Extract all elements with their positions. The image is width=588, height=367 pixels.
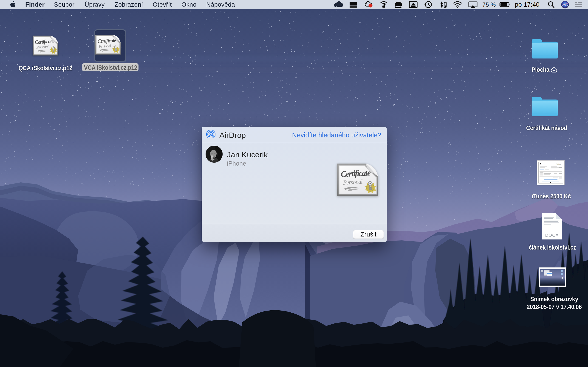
svg-text:DOCX: DOCX (545, 233, 559, 238)
svg-text:Faktura: Faktura (556, 163, 561, 165)
